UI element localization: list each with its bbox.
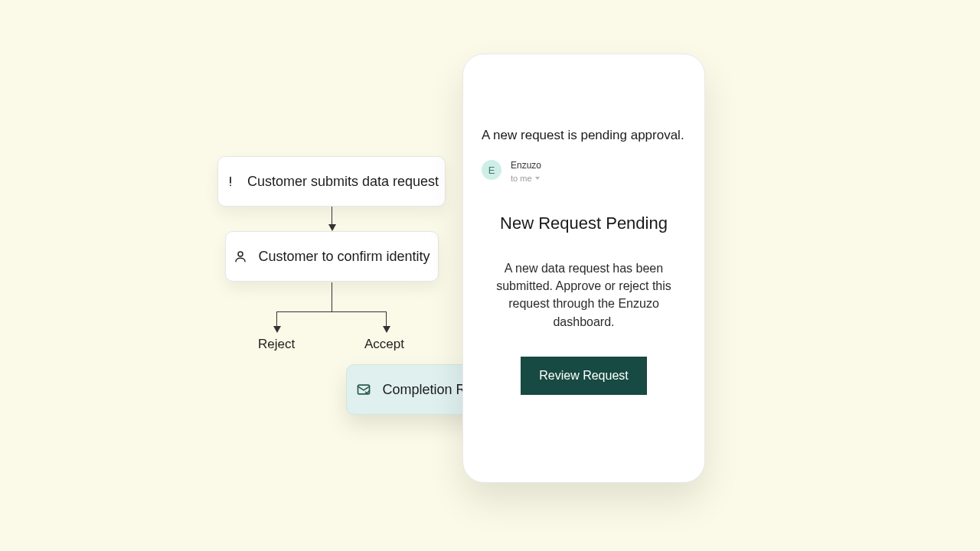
person-icon [234, 249, 247, 263]
arrowhead-icon [328, 224, 336, 231]
arrowhead-icon [273, 326, 281, 333]
email-title: New Request Pending [482, 214, 686, 233]
flow-connector [332, 207, 332, 224]
email-to-line[interactable]: to me [511, 174, 541, 183]
branch-label-reject: Reject [258, 337, 295, 352]
arrowhead-icon [383, 326, 390, 333]
sender-avatar: E [482, 160, 501, 180]
flow-connector [386, 311, 387, 326]
sender-meta: Enzuzo to me [511, 160, 541, 183]
email-sender-row: E Enzuzo to me [482, 160, 686, 183]
email-preview-card: A new request is pending approval. E Enz… [462, 54, 705, 483]
sender-name: Enzuzo [511, 160, 541, 171]
exclamation-icon [224, 175, 237, 187]
mail-check-icon [356, 382, 371, 397]
email-body-text: A new data request has been submitted. A… [482, 259, 686, 331]
flow-connector [276, 311, 387, 312]
flow-connector [332, 282, 332, 311]
email-subject: A new request is pending approval. [482, 128, 686, 143]
to-line-text: to me [511, 174, 532, 183]
flow-node-confirm-identity: Customer to confirm identity [225, 231, 439, 282]
flow-node-label: Customer submits data request [247, 174, 439, 190]
review-request-button[interactable]: Review Request [521, 357, 647, 395]
svg-point-2 [238, 252, 243, 256]
flow-connector [276, 311, 277, 326]
flow-node-label: Customer to confirm identity [258, 249, 430, 265]
flow-node-submit-request: Customer submits data request [217, 156, 446, 207]
branch-label-accept: Accept [364, 337, 404, 352]
chevron-down-icon [535, 177, 540, 180]
